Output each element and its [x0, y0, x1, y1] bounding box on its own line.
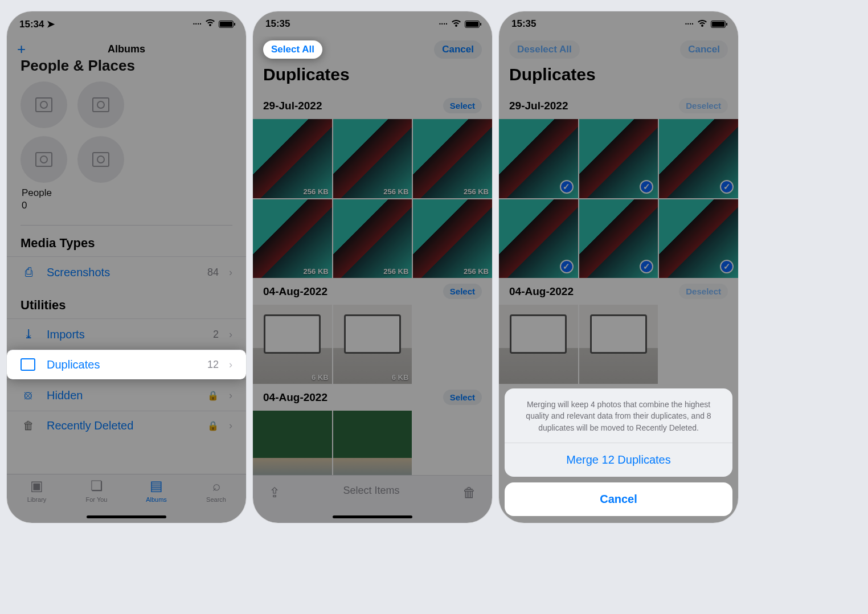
status-bar: 15:35 ····: [499, 11, 738, 36]
group-date: 04-Aug-2022: [509, 285, 574, 298]
row-label: Recently Deleted: [47, 419, 133, 432]
home-indicator[interactable]: [333, 515, 412, 518]
share-icon[interactable]: ⇪: [269, 485, 280, 501]
select-all-button[interactable]: Select All: [263, 40, 322, 59]
merge-duplicates-button[interactable]: Merge 12 Duplicates: [505, 443, 732, 477]
check-icon: ✓: [720, 260, 734, 273]
tab-library[interactable]: ▣Library: [7, 478, 67, 523]
group-header-2: 04-Aug-2022 Deselect: [499, 278, 738, 305]
row-recently-deleted[interactable]: Recently Deleted 🔒 ›: [7, 411, 246, 440]
people-count: 0: [7, 200, 246, 219]
trash-icon[interactable]: 🗑: [462, 485, 476, 501]
photo-thumb-selected[interactable]: ✓: [499, 119, 578, 198]
deselect-all-button[interactable]: Deselect All: [509, 40, 580, 59]
photo-thumb[interactable]: 256 KB: [253, 199, 332, 279]
trash-icon: [21, 419, 36, 432]
row-imports[interactable]: Imports 2 ›: [7, 318, 246, 350]
photo-thumb-selected[interactable]: ✓: [579, 199, 658, 279]
check-icon: ✓: [560, 260, 574, 273]
sheet-message: Merging will keep 4 photos that combine …: [505, 388, 732, 443]
photo-thumb[interactable]: 6 KB: [253, 305, 332, 384]
page-title: Duplicates: [499, 63, 738, 92]
select-group-button[interactable]: Select: [443, 390, 482, 405]
status-bar: 15:35 ····: [253, 11, 492, 36]
cellular-icon: ····: [439, 19, 448, 28]
photo-thumb-selected[interactable]: [499, 305, 578, 384]
group-date: 29-Jul-2022: [509, 100, 568, 112]
nav-bar: + Albums: [7, 36, 246, 62]
battery-icon: [711, 21, 726, 28]
people-thumb-3[interactable]: [21, 136, 67, 183]
action-sheet: Merging will keep 4 photos that combine …: [505, 388, 732, 516]
lock-icon: 🔒: [207, 390, 219, 401]
group-date: 04-Aug-2022: [263, 285, 327, 298]
import-icon: [21, 327, 36, 342]
photo-thumb-selected[interactable]: ✓: [499, 199, 578, 279]
status-time: 15:35: [265, 18, 290, 30]
status-bar: 15:34 ➤ ····: [7, 11, 246, 36]
deselect-group-button[interactable]: Deselect: [679, 98, 728, 113]
battery-icon: [465, 21, 480, 28]
chevron-right-icon: ›: [229, 329, 232, 341]
cellular-icon: ····: [685, 19, 694, 28]
wifi-icon: [697, 20, 707, 28]
wifi-icon: [205, 19, 215, 29]
deselect-group-button[interactable]: Deselect: [679, 284, 728, 299]
select-group-button[interactable]: Select: [443, 284, 482, 299]
photo-thumb-selected[interactable]: [579, 305, 658, 384]
photo-thumb-selected[interactable]: ✓: [579, 119, 658, 198]
row-duplicates[interactable]: Duplicates 12 ›: [7, 350, 246, 379]
people-thumb-1[interactable]: [21, 81, 67, 128]
photo-thumb-selected[interactable]: ✓: [659, 119, 738, 198]
nav-title: Albums: [108, 43, 145, 55]
home-indicator[interactable]: [87, 515, 166, 518]
add-button[interactable]: +: [17, 40, 26, 58]
hidden-icon: [21, 388, 36, 403]
row-label: Duplicates: [47, 358, 100, 371]
section-utilities: Utilities: [7, 288, 246, 318]
lock-icon: 🔒: [207, 420, 219, 431]
people-thumb-2[interactable]: [77, 81, 124, 128]
status-time: 15:35: [511, 18, 536, 30]
select-group-button[interactable]: Select: [443, 98, 482, 113]
screenshot-duplicates-select: 15:35 ···· Select All Cancel Duplicates …: [253, 11, 492, 523]
chevron-right-icon: ›: [229, 267, 232, 279]
battery-icon: [219, 21, 234, 28]
cancel-button[interactable]: Cancel: [434, 40, 482, 59]
toolbar-hint: Select Items: [343, 485, 399, 497]
screenshot-albums: 15:34 ➤ ···· + Albums People & Places: [7, 11, 246, 523]
cancel-button[interactable]: Cancel: [680, 40, 728, 59]
group-header-3: 04-Aug-2022 Select: [253, 384, 492, 411]
row-count: 84: [207, 267, 219, 279]
screenshot-duplicates-merge-sheet: 15:35 ···· Deselect All Cancel Duplicate…: [499, 11, 738, 523]
screenshot-icon: [21, 265, 36, 280]
page-title: Duplicates: [253, 63, 492, 92]
photo-thumb[interactable]: 256 KB: [413, 199, 492, 279]
people-label: People: [7, 183, 246, 200]
tab-search[interactable]: ⌕Search: [186, 478, 246, 523]
location-icon: ➤: [47, 19, 55, 30]
check-icon: ✓: [720, 180, 734, 194]
photo-thumb[interactable]: 256 KB: [253, 119, 332, 198]
check-icon: ✓: [640, 180, 653, 194]
group-date: 29-Jul-2022: [263, 100, 322, 112]
row-hidden[interactable]: Hidden 🔒 ›: [7, 379, 246, 411]
photo-thumb[interactable]: 6 KB: [333, 305, 412, 384]
chevron-right-icon: ›: [229, 359, 232, 371]
sheet-cancel-button[interactable]: Cancel: [505, 482, 732, 516]
photo-thumb[interactable]: 256 KB: [413, 119, 492, 198]
group-header-2: 04-Aug-2022 Select: [253, 278, 492, 305]
photo-thumb[interactable]: 256 KB: [333, 199, 412, 279]
photo-thumb-selected[interactable]: ✓: [659, 199, 738, 279]
cellular-icon: ····: [193, 19, 202, 28]
check-icon: ✓: [560, 180, 574, 194]
group-header-1: 29-Jul-2022 Deselect: [499, 92, 738, 119]
group-header-1: 29-Jul-2022 Select: [253, 92, 492, 119]
status-time: 15:34: [19, 19, 44, 30]
row-screenshots[interactable]: Screenshots 84 ›: [7, 256, 246, 288]
row-label: Imports: [47, 328, 85, 341]
people-thumb-4[interactable]: [77, 136, 124, 183]
row-label: Hidden: [47, 389, 83, 402]
chevron-right-icon: ›: [229, 390, 232, 402]
photo-thumb[interactable]: 256 KB: [333, 119, 412, 198]
